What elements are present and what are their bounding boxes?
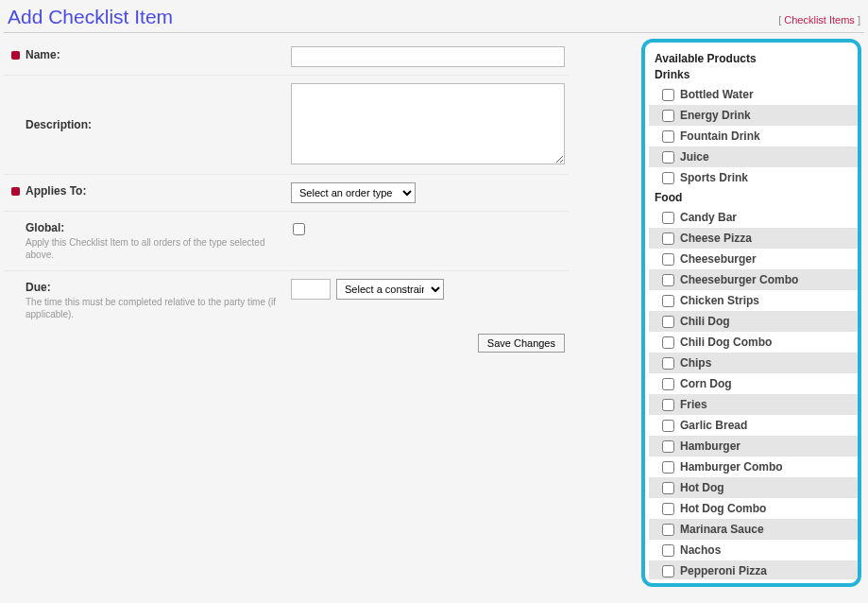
product-item[interactable]: Nachos (649, 540, 858, 560)
product-label: Chips (680, 356, 711, 370)
product-label: Chicken Strips (680, 294, 759, 307)
product-item[interactable]: Fountain Drink (649, 126, 858, 146)
required-icon (11, 187, 20, 196)
product-item[interactable]: Cheeseburger (649, 249, 858, 269)
available-products-scroll[interactable]: Available Products DrinksBottled WaterEn… (649, 46, 858, 579)
product-checkbox[interactable] (662, 110, 674, 122)
product-item[interactable]: Candy Bar (649, 207, 858, 228)
product-checkbox[interactable] (662, 482, 674, 494)
product-label: Garlic Bread (680, 419, 747, 432)
product-list: Bottled WaterEnergy DrinkFountain DrinkJ… (649, 84, 858, 188)
product-label: Cheeseburger (680, 252, 757, 266)
product-item[interactable]: Hamburger (649, 436, 858, 457)
product-checkbox[interactable] (662, 274, 674, 286)
product-checkbox[interactable] (662, 420, 674, 432)
product-checkbox[interactable] (662, 378, 674, 390)
global-label: Global: (26, 221, 283, 234)
product-label: Hot Dog (680, 481, 724, 494)
available-products-panel: Available Products DrinksBottled WaterEn… (641, 39, 861, 587)
product-item[interactable]: Hot Dog Combo (649, 498, 858, 519)
product-label: Candy Bar (680, 211, 737, 224)
product-checkbox[interactable] (662, 295, 674, 307)
product-label: Chili Dog (680, 315, 730, 328)
product-label: Corn Dog (680, 377, 732, 390)
product-checkbox[interactable] (662, 233, 674, 245)
product-label: Cheeseburger Combo (680, 273, 798, 286)
product-label: Marinara Sauce (680, 523, 764, 536)
product-item[interactable]: Pepperoni Pizza (649, 560, 858, 579)
product-label: Chili Dog Combo (680, 336, 772, 349)
product-checkbox[interactable] (662, 89, 674, 101)
breadcrumb: [ Checklist Items ] (778, 14, 860, 26)
order-type-select[interactable]: Select an order type (291, 182, 416, 203)
product-checkbox[interactable] (662, 151, 674, 164)
product-checkbox[interactable] (662, 399, 674, 411)
product-item[interactable]: Garlic Bread (649, 415, 858, 436)
product-checkbox[interactable] (662, 565, 674, 577)
global-checkbox[interactable] (293, 223, 305, 235)
product-label: Hamburger (680, 439, 740, 453)
product-group-header: Drinks (649, 65, 858, 84)
product-label: Pepperoni Pizza (680, 564, 767, 577)
due-label: Due: (26, 281, 283, 294)
product-label: Nachos (680, 543, 721, 557)
product-checkbox[interactable] (662, 440, 674, 453)
product-label: Bottled Water (680, 88, 754, 101)
description-label: Description: (26, 118, 92, 131)
page-title: Add Checklist Item (8, 6, 173, 28)
product-item[interactable]: Bottled Water (649, 84, 858, 105)
description-textarea[interactable] (291, 83, 565, 164)
product-item[interactable]: Marinara Sauce (649, 519, 858, 540)
available-products-title: Available Products (649, 46, 858, 65)
product-item[interactable]: Fries (649, 394, 858, 415)
product-label: Cheese Pizza (680, 232, 752, 245)
checklist-items-link[interactable]: Checklist Items (784, 14, 855, 26)
product-checkbox[interactable] (662, 130, 674, 143)
product-checkbox[interactable] (662, 503, 674, 515)
product-list: Candy BarCheese PizzaCheeseburgerCheeseb… (649, 207, 858, 579)
name-input[interactable] (291, 46, 565, 67)
product-checkbox[interactable] (662, 253, 674, 266)
product-checkbox[interactable] (662, 544, 674, 557)
product-label: Energy Drink (680, 109, 751, 122)
due-sub-label: The time this must be completed relative… (26, 296, 283, 320)
product-label: Hot Dog Combo (680, 502, 766, 515)
applies-to-label: Applies To: (26, 184, 86, 198)
product-label: Fries (680, 398, 707, 411)
product-checkbox[interactable] (662, 336, 674, 349)
product-checkbox[interactable] (662, 524, 674, 536)
product-item[interactable]: Hot Dog (649, 477, 858, 498)
product-item[interactable]: Corn Dog (649, 373, 858, 394)
product-label: Sports Drink (680, 171, 748, 184)
product-item[interactable]: Chicken Strips (649, 290, 858, 311)
product-item[interactable]: Chips (649, 353, 858, 373)
save-button[interactable]: Save Changes (478, 334, 565, 353)
product-group-header: Food (649, 188, 858, 207)
product-label: Fountain Drink (680, 129, 760, 143)
product-checkbox[interactable] (662, 212, 674, 224)
product-item[interactable]: Cheese Pizza (649, 228, 858, 249)
product-item[interactable]: Hamburger Combo (649, 457, 858, 477)
product-label: Juice (680, 150, 709, 164)
product-item[interactable]: Chili Dog Combo (649, 332, 858, 353)
product-item[interactable]: Energy Drink (649, 105, 858, 126)
product-item[interactable]: Juice (649, 146, 858, 167)
product-checkbox[interactable] (662, 357, 674, 370)
product-item[interactable]: Chili Dog (649, 311, 858, 332)
due-constraint-select[interactable]: Select a constraint (336, 279, 444, 300)
product-item[interactable]: Sports Drink (649, 167, 858, 188)
product-checkbox[interactable] (662, 461, 674, 474)
product-label: Hamburger Combo (680, 460, 783, 474)
name-label: Name: (26, 48, 60, 61)
product-checkbox[interactable] (662, 316, 674, 328)
required-icon (11, 51, 20, 60)
product-checkbox[interactable] (662, 172, 674, 184)
global-sub-label: Apply this Checklist Item to all orders … (26, 236, 283, 261)
due-value-input[interactable] (291, 279, 331, 300)
product-item[interactable]: Cheeseburger Combo (649, 269, 858, 290)
form-area: Name: Description: Applies To: (4, 39, 569, 353)
